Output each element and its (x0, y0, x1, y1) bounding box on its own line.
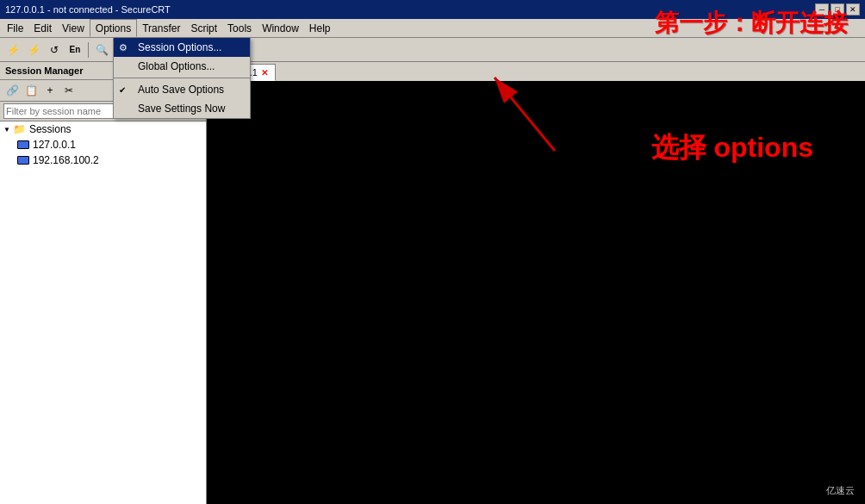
menu-view[interactable]: View (57, 19, 90, 37)
session-cut-btn[interactable]: ✂ (60, 82, 78, 99)
tree-item-127[interactable]: 127.0.0.1 (14, 137, 206, 152)
toolbar-new[interactable]: ⚡ (3, 40, 22, 59)
menu-bar: File Edit View Options Transfer Script T… (0, 19, 865, 38)
main-area: Session Manager 🔗 📋 + ✂ ▼ 📁 Sessions 127… (0, 62, 865, 504)
maximize-button[interactable]: □ (831, 3, 844, 16)
folder-icon: 📁 (13, 123, 26, 135)
session-panel: Session Manager 🔗 📋 + ✂ ▼ 📁 Sessions 127… (0, 62, 207, 504)
toolbar-reconnect[interactable]: ↺ (45, 40, 64, 59)
menu-tools[interactable]: Tools (222, 19, 257, 37)
gear-icon: ⚙ (119, 42, 128, 53)
watermark: 亿速云 (826, 484, 855, 497)
terminal-area[interactable] (207, 81, 865, 504)
tab-bar: 127.0.0.1 ✕ (207, 62, 865, 81)
menu-options[interactable]: Options (90, 19, 137, 37)
check-icon: ✔ (119, 85, 126, 95)
tree-children: 127.0.0.1 192.168.100.2 (0, 137, 206, 168)
expand-icon: ▼ (3, 126, 10, 134)
menu-auto-save[interactable]: ✔ Auto Save Options (114, 80, 250, 99)
session-connect-btn[interactable]: 🔗 (3, 82, 21, 99)
menu-save-now[interactable]: Save Settings Now (114, 99, 250, 118)
window-title: 127.0.0.1 - not connected - SecureCRT (5, 4, 815, 15)
tree-item-192[interactable]: 192.168.100.2 (14, 152, 206, 168)
options-dropdown-menu: ⚙ Session Options... Global Options... ✔… (113, 38, 251, 119)
title-bar: 127.0.0.1 - not connected - SecureCRT ─ … (0, 0, 865, 19)
menu-help[interactable]: Help (304, 19, 336, 37)
session-tree: ▼ 📁 Sessions 127.0.0.1 192.168.100.2 (0, 121, 206, 504)
title-bar-controls: ─ □ ✕ (815, 3, 860, 16)
monitor-icon-127 (17, 140, 29, 149)
session-copy-btn[interactable]: 📋 (22, 82, 40, 99)
content-area: 127.0.0.1 ✕ (207, 62, 865, 504)
menu-global-options[interactable]: Global Options... (114, 57, 250, 76)
minimize-button[interactable]: ─ (815, 3, 829, 16)
tab-close-icon[interactable]: ✕ (261, 68, 268, 78)
menu-separator (114, 78, 250, 78)
toolbar-sep-1 (88, 42, 89, 58)
close-button[interactable]: ✕ (846, 3, 860, 16)
toolbar-find[interactable]: 🔍 (92, 40, 111, 59)
menu-window[interactable]: Window (257, 19, 304, 37)
menu-transfer[interactable]: Transfer (137, 19, 185, 37)
toolbar-connect[interactable]: ⚡ (24, 40, 43, 59)
monitor-icon-192 (17, 156, 29, 165)
menu-script[interactable]: Script (185, 19, 222, 37)
session-add-btn[interactable]: + (41, 82, 59, 99)
menu-file[interactable]: File (2, 19, 28, 37)
menu-edit[interactable]: Edit (28, 19, 57, 37)
toolbar-en[interactable]: En (65, 40, 84, 59)
tree-folder-sessions[interactable]: ▼ 📁 Sessions (0, 121, 206, 137)
menu-session-options[interactable]: ⚙ Session Options... (114, 38, 250, 57)
